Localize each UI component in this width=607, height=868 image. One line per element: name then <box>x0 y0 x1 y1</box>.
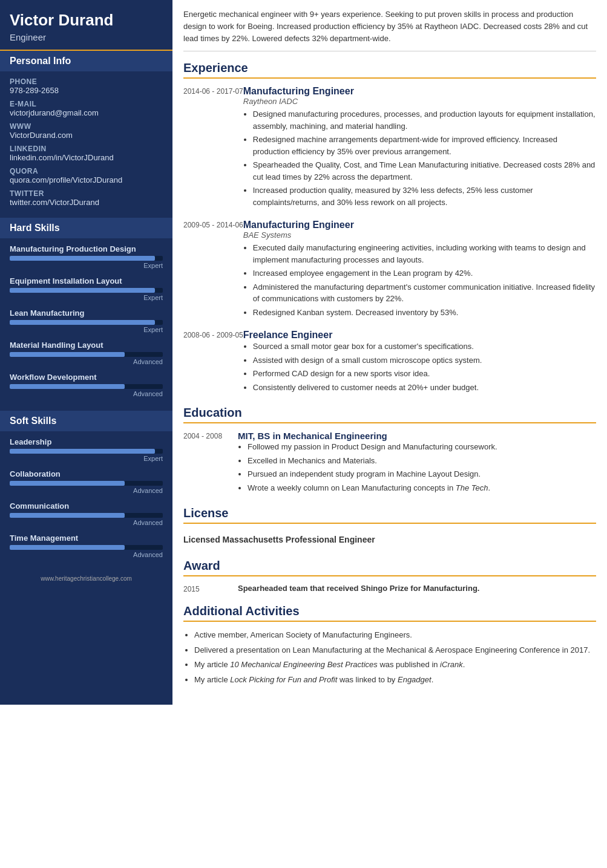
candidate-title: Engineer <box>10 32 163 42</box>
activity-item: My article Lock Picking for Fun and Prof… <box>194 674 596 686</box>
skill-bar-bg <box>10 513 163 518</box>
exp-date-3: 2008-06 - 2009-05 <box>183 330 243 395</box>
skill-collaboration: Collaboration Advanced <box>10 469 163 494</box>
education-section-title: Education <box>183 406 596 423</box>
exp-company-2: BAE Systems <box>243 230 596 240</box>
skill-bar-fill <box>10 513 125 518</box>
bullet: Executed daily manufacturing engineering… <box>253 242 596 266</box>
skill-bar-fill <box>10 481 125 486</box>
exp-job-title-2: Manufacturing Engineer <box>243 220 596 230</box>
footer-url: www.heritagechristiancollege.com <box>0 572 172 584</box>
contact-email: E-mail victorjdurand@gmail.com <box>10 100 163 117</box>
award-text-1: Spearheaded team that received Shingo Pr… <box>238 584 479 593</box>
skill-bar-fill <box>10 288 155 293</box>
edu-date-1: 2004 - 2008 <box>183 431 238 495</box>
bullet: Increased employee engagement in the Lea… <box>253 267 596 279</box>
contact-phone: Phone 978-289-2658 <box>10 77 163 95</box>
license-section: License Licensed Massachusetts Professio… <box>183 506 596 548</box>
activity-item: Delivered a presentation on Lean Manufac… <box>194 644 596 656</box>
skill-bar-bg <box>10 288 163 293</box>
exp-bullets-2: Executed daily manufacturing engineering… <box>243 242 596 318</box>
skill-equipment-installation-layout: Equipment Installation Layout Expert <box>10 276 163 301</box>
sidebar: Victor Durand Engineer Personal Info Pho… <box>0 0 172 705</box>
bullet: Pursued an independent study program in … <box>248 468 497 480</box>
skill-bar-bg <box>10 256 163 261</box>
skill-bar-bg <box>10 352 163 357</box>
sidebar-header: Victor Durand Engineer <box>0 0 172 51</box>
bullet: Assisted with design of a small custom m… <box>253 354 596 367</box>
exp-bullets-1: Designed manufacturing procedures, proce… <box>243 108 596 208</box>
bullet: Administered the manufacturing departmen… <box>253 281 596 305</box>
skill-manufacturing-production-design: Manufacturing Production Design Expert <box>10 244 163 269</box>
candidate-name: Victor Durand <box>10 11 163 30</box>
bullet: Excelled in Mechanics and Materials. <box>248 455 497 467</box>
award-section-title: Award <box>183 559 596 576</box>
bullet: Followed my passion in Product Design an… <box>248 441 497 453</box>
experience-entry-2: 2009-05 - 2014-06 Manufacturing Engineer… <box>183 220 596 320</box>
exp-body-2: Manufacturing Engineer BAE Systems Execu… <box>243 220 596 320</box>
exp-date-2: 2009-05 - 2014-06 <box>183 220 243 320</box>
skill-bar-bg <box>10 320 163 325</box>
license-section-title: License <box>183 506 596 524</box>
bullet: Redesigned machine arrangements departme… <box>253 134 596 157</box>
skill-time-management: Time Management Advanced <box>10 534 163 558</box>
license-text: Licensed Massachusetts Professional Engi… <box>183 531 596 548</box>
skill-bar-fill <box>10 352 125 357</box>
experience-section-title: Experience <box>183 61 596 79</box>
resume-container: Victor Durand Engineer Personal Info Pho… <box>0 0 607 705</box>
activities-list: Active member, American Society of Manuf… <box>183 629 596 685</box>
summary-text: Energetic mechanical engineer with 9+ ye… <box>183 8 596 51</box>
bullet: Performed CAD design for a new sports vi… <box>253 368 596 380</box>
award-year-1: 2015 <box>183 584 238 593</box>
skill-workflow-development: Workflow Development Advanced <box>10 373 163 397</box>
education-section: Education 2004 - 2008 MIT, BS in Mechani… <box>183 406 596 495</box>
experience-entry-3: 2008-06 - 2009-05 Freelance Engineer Sou… <box>183 330 596 395</box>
skill-communication: Communication Advanced <box>10 501 163 526</box>
skill-bar-bg <box>10 384 163 389</box>
exp-company-1: Raytheon IADC <box>243 97 596 106</box>
activity-item: Active member, American Society of Manuf… <box>194 629 596 641</box>
bullet: Consistently delivered to customer needs… <box>253 382 596 394</box>
activity-item: My article 10 Mechanical Engineering Bes… <box>194 659 596 671</box>
activities-section-title: Additional Activities <box>183 604 596 622</box>
bullet: Increased production quality, measured b… <box>253 184 596 208</box>
bullet: Sourced a small motor gear box for a cus… <box>253 341 596 353</box>
bullet: Designed manufacturing procedures, proce… <box>253 108 596 132</box>
soft-skills-section-title: Soft Skills <box>0 411 172 431</box>
skill-bar-fill <box>10 384 125 389</box>
award-section: Award 2015 Spearheaded team that receive… <box>183 559 596 593</box>
main-content: Energetic mechanical engineer with 9+ ye… <box>172 0 607 705</box>
exp-body-3: Freelance Engineer Sourced a small motor… <box>243 330 596 395</box>
soft-skills-content: Leadership Expert Collaboration Advanced… <box>0 431 172 572</box>
contact-quora: Quora quora.com/profile/VictorJDurand <box>10 167 163 184</box>
edu-degree-1: MIT, BS in Mechanical Engineering <box>238 431 497 441</box>
exp-bullets-3: Sourced a small motor gear box for a cus… <box>243 341 596 393</box>
award-entry-1: 2015 Spearheaded team that received Shin… <box>183 584 596 593</box>
experience-entry-1: 2014-06 - 2017-07 Manufacturing Engineer… <box>183 86 596 210</box>
experience-section: Experience 2014-06 - 2017-07 Manufacturi… <box>183 61 596 395</box>
contact-twitter: Twitter twitter.com/VictorJDurand <box>10 189 163 207</box>
edu-body-1: MIT, BS in Mechanical Engineering Follow… <box>238 431 497 495</box>
skill-material-handling-layout: Material Handling Layout Advanced <box>10 341 163 365</box>
skill-bar-bg <box>10 449 163 454</box>
skill-bar-bg <box>10 545 163 550</box>
skill-bar-fill <box>10 449 155 454</box>
personal-info-section-title: Personal Info <box>0 51 172 71</box>
bullet: Redesigned Kanban system. Decreased inve… <box>253 307 596 319</box>
exp-date-1: 2014-06 - 2017-07 <box>183 86 243 210</box>
skill-bar-fill <box>10 256 155 261</box>
exp-job-title-1: Manufacturing Engineer <box>243 86 596 97</box>
hard-skills-content: Manufacturing Production Design Expert E… <box>0 238 172 411</box>
bullet: Spearheaded the Quality, Cost, and Time … <box>253 159 596 183</box>
skill-lean-manufacturing: Lean Manufacturing Expert <box>10 308 163 333</box>
skill-leadership: Leadership Expert <box>10 437 163 462</box>
personal-info-content: Phone 978-289-2658 E-mail victorjdurand@… <box>0 71 172 218</box>
exp-job-title-3: Freelance Engineer <box>243 330 596 341</box>
edu-bullets-1: Followed my passion in Product Design an… <box>238 441 497 494</box>
activities-section: Additional Activities Active member, Ame… <box>183 604 596 685</box>
contact-www: WWW VictorDurand.com <box>10 122 163 140</box>
hard-skills-section-title: Hard Skills <box>0 218 172 238</box>
exp-body-1: Manufacturing Engineer Raytheon IADC Des… <box>243 86 596 210</box>
skill-bar-bg <box>10 481 163 486</box>
skill-bar-fill <box>10 545 125 550</box>
